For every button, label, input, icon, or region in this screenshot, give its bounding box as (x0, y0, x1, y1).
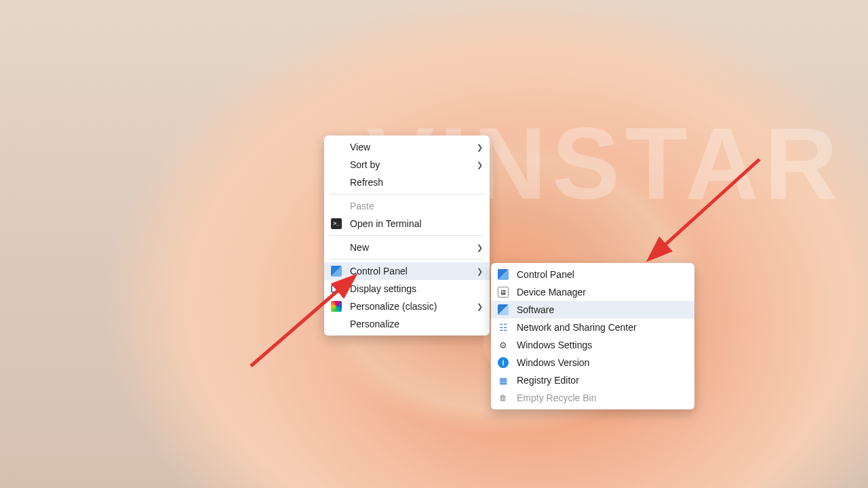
menu-label: Personalize (350, 319, 399, 329)
menu-open-in-terminal[interactable]: Open in Terminal (324, 215, 490, 232)
submenu-control-panel[interactable]: Control Panel (491, 266, 694, 283)
menu-paste: Paste (324, 197, 490, 215)
desktop-wallpaper[interactable]: VINSTAR View ❯ Sort by ❯ Refresh Paste O… (0, 0, 868, 488)
menu-label: Sort by (350, 159, 380, 170)
control-panel-icon (331, 266, 342, 277)
chevron-right-icon: ❯ (477, 243, 483, 252)
desktop-context-menu: View ❯ Sort by ❯ Refresh Paste Open in T… (324, 136, 490, 336)
submenu-windows-settings[interactable]: Windows Settings (491, 336, 694, 354)
recycle-bin-icon (498, 392, 509, 403)
menu-separator (330, 235, 484, 236)
chevron-right-icon: ❯ (477, 143, 483, 152)
menu-refresh[interactable]: Refresh (324, 174, 490, 191)
menu-label: Windows Version (517, 357, 589, 368)
menu-label: Paste (350, 201, 374, 211)
network-icon (498, 322, 509, 333)
chevron-right-icon: ❯ (477, 161, 483, 169)
menu-label: Software (517, 304, 554, 315)
menu-personalize[interactable]: Personalize (324, 315, 490, 333)
chevron-right-icon: ❯ (477, 302, 483, 311)
menu-separator (330, 259, 484, 260)
submenu-network-sharing[interactable]: Network and Sharing Center (491, 319, 694, 336)
menu-new[interactable]: New ❯ (324, 239, 490, 256)
menu-separator (330, 194, 484, 195)
menu-label: Windows Settings (517, 340, 592, 350)
display-icon (331, 285, 342, 293)
chevron-right-icon: ❯ (477, 267, 483, 276)
menu-view[interactable]: View ❯ (324, 138, 490, 156)
menu-personalize-classic[interactable]: Personalize (classic) ❯ (324, 298, 490, 315)
software-icon (498, 304, 509, 315)
menu-label: Registry Editor (517, 375, 579, 386)
menu-label: Refresh (350, 177, 383, 188)
menu-label: Personalize (classic) (350, 301, 437, 312)
submenu-registry-editor[interactable]: Registry Editor (491, 371, 694, 389)
menu-label: Control Panel (517, 269, 574, 280)
menu-label: Control Panel (350, 266, 408, 277)
registry-icon (498, 375, 509, 386)
control-panel-icon (498, 269, 509, 280)
control-panel-submenu: Control Panel Device Manager Software Ne… (491, 263, 694, 409)
terminal-icon (331, 218, 342, 229)
personalize-icon (331, 301, 342, 312)
menu-label: Empty Recycle Bin (517, 392, 596, 403)
menu-control-panel[interactable]: Control Panel ❯ (324, 262, 490, 280)
submenu-empty-recycle-bin: Empty Recycle Bin (491, 389, 694, 407)
menu-label: Display settings (350, 283, 416, 294)
settings-icon (498, 340, 509, 350)
menu-label: Device Manager (517, 287, 586, 298)
menu-display-settings[interactable]: Display settings (324, 280, 490, 298)
submenu-software[interactable]: Software (491, 301, 694, 319)
menu-sort-by[interactable]: Sort by ❯ (324, 156, 490, 174)
device-manager-icon (498, 287, 509, 298)
submenu-windows-version[interactable]: Windows Version (491, 354, 694, 371)
menu-label: Network and Sharing Center (517, 322, 637, 333)
menu-label: View (350, 142, 370, 152)
submenu-device-manager[interactable]: Device Manager (491, 283, 694, 301)
info-icon (498, 357, 509, 368)
menu-label: Open in Terminal (350, 218, 422, 229)
menu-label: New (350, 242, 369, 253)
